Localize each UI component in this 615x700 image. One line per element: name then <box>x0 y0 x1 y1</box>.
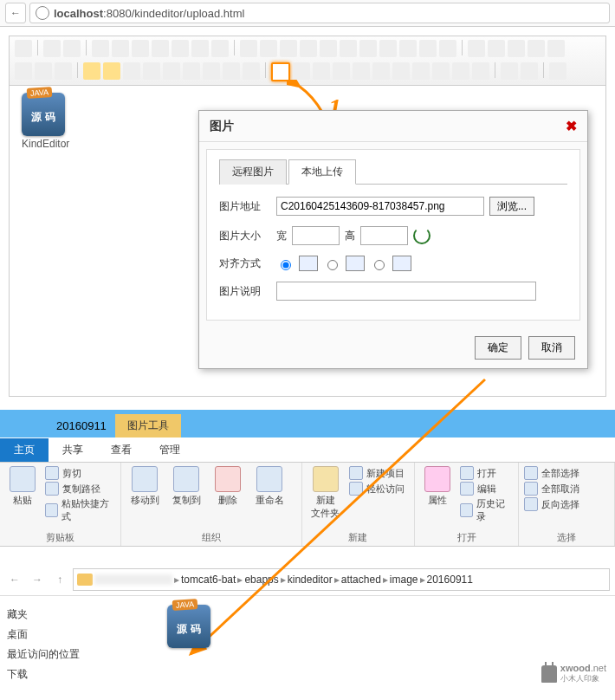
file-list[interactable]: 源 码 xwood.net 小木人印象 <box>102 605 615 684</box>
toolbar-button[interactable] <box>293 62 310 80</box>
new-folder-button[interactable]: 新建 文件夹 <box>308 466 344 520</box>
easy-access-button[interactable]: 轻松访问 <box>349 482 405 496</box>
strike-button[interactable] <box>183 62 200 80</box>
link-button[interactable] <box>501 62 518 80</box>
refresh-icon[interactable] <box>413 227 430 244</box>
sidebar-item-download[interactable]: 下载 <box>7 664 102 684</box>
toolbar-button[interactable] <box>15 40 32 57</box>
cut-button[interactable] <box>132 40 149 57</box>
rename-button[interactable]: 重命名 <box>251 466 288 507</box>
italic-button[interactable] <box>143 62 160 80</box>
width-input[interactable] <box>292 226 340 245</box>
select-none-button[interactable]: 全部取消 <box>524 482 579 496</box>
cut-button[interactable]: 剪切 <box>45 466 115 480</box>
image-url-input[interactable] <box>276 197 484 216</box>
align-justify-button[interactable] <box>300 40 317 57</box>
toolbar-button[interactable] <box>191 40 209 57</box>
toolbar-button[interactable] <box>472 62 489 80</box>
moveto-button[interactable]: 移动到 <box>126 466 163 507</box>
forecolor-button[interactable] <box>83 62 100 80</box>
bold-button[interactable] <box>123 62 140 80</box>
tab-home[interactable]: 主页 <box>0 438 49 462</box>
url-field[interactable]: localhost:8080/kindeditor/upload.html <box>29 3 610 23</box>
toolbar-button[interactable] <box>379 40 397 57</box>
toolbar-button[interactable] <box>452 62 469 80</box>
toolbar-button[interactable] <box>359 40 377 57</box>
align-right-radio[interactable] <box>374 260 385 270</box>
cancel-button[interactable]: 取消 <box>528 336 575 360</box>
tab-remote-image[interactable]: 远程图片 <box>219 159 287 185</box>
toolbar-button[interactable] <box>243 62 260 80</box>
edit-button[interactable]: 编辑 <box>460 482 513 496</box>
attach-button[interactable] <box>353 62 370 80</box>
breadcrumb-path[interactable]: ▸tomcat6-bat ▸ebapps ▸kindeditor ▸attach… <box>73 568 610 591</box>
emoji-button[interactable] <box>412 62 430 80</box>
toolbar-button[interactable] <box>112 40 129 57</box>
delete-button[interactable]: 删除 <box>210 466 246 507</box>
align-left-radio[interactable] <box>327 260 338 270</box>
indent-button[interactable] <box>320 40 337 57</box>
unlink-button[interactable] <box>521 62 538 80</box>
font-button[interactable] <box>35 62 52 80</box>
image-desc-input[interactable] <box>276 282 536 301</box>
picture-tools-tab[interactable]: 图片工具 <box>115 414 181 438</box>
toolbar-button[interactable] <box>488 40 505 57</box>
toolbar-button[interactable] <box>528 40 545 57</box>
back-button[interactable]: ← <box>5 3 26 23</box>
align-default-radio[interactable] <box>281 260 291 270</box>
toolbar-button[interactable] <box>432 62 450 80</box>
select-all-button[interactable]: 全部选择 <box>524 466 579 480</box>
forward-button[interactable]: → <box>28 570 47 589</box>
sidebar-item-favorites[interactable]: 藏夹 <box>7 605 102 625</box>
new-item-button[interactable]: 新建项目 <box>349 466 405 480</box>
copyto-button[interactable]: 复制到 <box>168 466 204 507</box>
sidebar-item-recent[interactable]: 最近访问的位置 <box>7 645 102 664</box>
align-right-button[interactable] <box>280 40 297 57</box>
paste-button[interactable]: 粘贴 <box>5 466 40 507</box>
browse-button[interactable]: 浏览... <box>489 197 534 216</box>
toolbar-button[interactable] <box>439 40 456 57</box>
redo-button[interactable] <box>63 40 81 57</box>
properties-button[interactable]: 属性 <box>420 466 455 507</box>
align-left-button[interactable] <box>240 40 257 57</box>
fontsize-button[interactable] <box>55 62 72 80</box>
insert-image-button[interactable] <box>271 62 290 81</box>
undo-button[interactable] <box>43 40 61 57</box>
copy-path-button[interactable]: 复制路径 <box>45 482 115 496</box>
toolbar-button[interactable] <box>203 62 220 80</box>
hr-button[interactable] <box>392 62 410 80</box>
paste-button[interactable] <box>172 40 189 57</box>
table-button[interactable] <box>372 62 390 80</box>
paste-shortcut-button[interactable]: 粘贴快捷方式 <box>45 497 115 523</box>
media-button[interactable] <box>333 62 350 80</box>
toolbar-button[interactable] <box>399 40 417 57</box>
invert-select-button[interactable]: 反向选择 <box>524 497 579 511</box>
back-button[interactable]: ← <box>5 570 24 589</box>
toolbar-button[interactable] <box>211 40 229 57</box>
toolbar-button[interactable] <box>547 40 565 57</box>
ok-button[interactable]: 确定 <box>475 336 521 360</box>
toolbar-button[interactable] <box>92 40 109 57</box>
tab-manage[interactable]: 管理 <box>146 438 194 462</box>
toolbar-button[interactable] <box>223 62 240 80</box>
copy-button[interactable] <box>152 40 169 57</box>
up-button[interactable]: ↑ <box>50 570 69 589</box>
tab-local-upload[interactable]: 本地上传 <box>288 159 356 185</box>
height-input[interactable] <box>360 226 408 245</box>
tab-view[interactable]: 查看 <box>97 438 146 462</box>
sidebar-item-desktop[interactable]: 桌面 <box>7 625 102 645</box>
tab-share[interactable]: 共享 <box>49 438 97 462</box>
close-button[interactable]: ✖ <box>566 118 577 134</box>
align-center-button[interactable] <box>260 40 277 57</box>
file-item[interactable]: 源 码 <box>163 605 215 648</box>
flash-button[interactable] <box>313 62 330 80</box>
toolbar-button[interactable] <box>468 40 485 57</box>
about-button[interactable] <box>549 62 566 80</box>
history-button[interactable]: 历史记录 <box>460 497 513 523</box>
format-button[interactable] <box>15 62 32 80</box>
outdent-button[interactable] <box>340 40 357 57</box>
open-button[interactable]: 打开 <box>460 466 513 480</box>
toolbar-button[interactable] <box>419 40 437 57</box>
toolbar-button[interactable] <box>508 40 525 57</box>
backcolor-button[interactable] <box>103 62 120 80</box>
